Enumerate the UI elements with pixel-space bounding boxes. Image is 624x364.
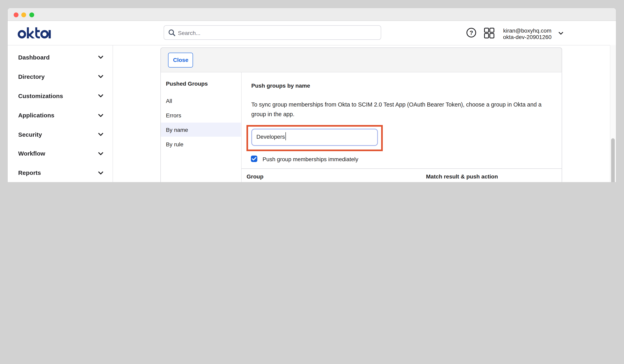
svg-text:?: ?	[469, 29, 473, 36]
